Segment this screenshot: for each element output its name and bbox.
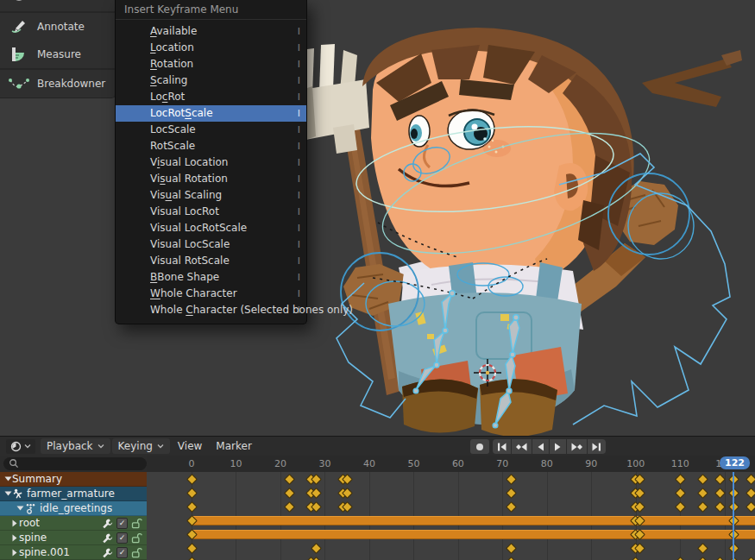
- wrench-icon[interactable]: [102, 547, 113, 558]
- menu-item-visual-location[interactable]: Visual LocationI: [116, 154, 306, 171]
- menu-marker[interactable]: Marker: [210, 438, 257, 454]
- menu-item-visual-scaling[interactable]: Visual ScalingI: [116, 187, 306, 204]
- menu-item-rotation[interactable]: RotationI: [116, 56, 306, 72]
- keyframe-diamond[interactable]: [506, 488, 517, 499]
- keyframe-diamond[interactable]: [506, 557, 517, 560]
- keyframe-diamond[interactable]: [746, 557, 755, 560]
- tool-transform[interactable]: [0, 0, 115, 11]
- keyframe-diamond[interactable]: [186, 488, 198, 499]
- record-button[interactable]: [470, 439, 489, 454]
- insert-keyframe-menu: Insert Keyframe Menu AvailableILocationI…: [115, 0, 307, 324]
- ruler-tick-label: 10: [230, 458, 242, 469]
- play-button[interactable]: [550, 439, 566, 454]
- channel-enable-checkbox[interactable]: ✓: [116, 518, 128, 529]
- tool-breakdowner[interactable]: Breakdowner: [0, 70, 115, 98]
- keyframe-diamond[interactable]: [697, 543, 708, 554]
- tri-right-icon[interactable]: [11, 519, 18, 527]
- wrench-icon[interactable]: [102, 518, 113, 529]
- keyframe-diamond[interactable]: [746, 488, 755, 499]
- tri-right-icon[interactable]: [11, 534, 18, 542]
- menu-view[interactable]: View: [172, 438, 208, 454]
- menu-item-locrot[interactable]: LocRotI: [116, 89, 306, 105]
- keyframe-diamond[interactable]: [506, 543, 517, 554]
- keyframe-diamond[interactable]: [186, 557, 198, 560]
- menu-item-shortcut: I: [298, 269, 300, 286]
- keyframe-diamond[interactable]: [697, 501, 708, 513]
- frame-ruler[interactable]: 0102030405060708090100110120122: [147, 456, 755, 473]
- menu-item-visual-rotation[interactable]: Visual RotationI: [116, 171, 306, 187]
- hold-bar[interactable]: [192, 516, 755, 525]
- editor-type-button[interactable]: [6, 439, 35, 454]
- menu-item-visual-locrot[interactable]: Visual LocRotI: [116, 204, 306, 220]
- channel-root[interactable]: root✓: [0, 516, 147, 531]
- keyframe-diamond[interactable]: [506, 474, 517, 485]
- menu-item-visual-locrotscale[interactable]: Visual LocRotScaleI: [116, 220, 306, 236]
- channel-idle-greetings[interactable]: idle_greetings: [0, 501, 147, 516]
- keyframe-diamond[interactable]: [746, 474, 755, 485]
- tool-annotate[interactable]: Annotate: [0, 13, 115, 41]
- jump-to-start-button[interactable]: [493, 439, 511, 454]
- channel-enable-checkbox[interactable]: ✓: [116, 547, 128, 558]
- keyframe-diamond[interactable]: [675, 557, 686, 560]
- menu-item-rotscale[interactable]: RotScaleI: [116, 138, 306, 154]
- menu-item-visual-rotscale[interactable]: Visual RotScaleI: [116, 253, 306, 269]
- search-icon: [9, 458, 19, 469]
- menu-item-available[interactable]: AvailableI: [116, 23, 306, 40]
- keyframe-diamond[interactable]: [186, 474, 198, 485]
- channel-spine[interactable]: spine✓: [0, 531, 147, 545]
- channel-spine-001[interactable]: spine.001✓: [0, 545, 147, 560]
- wrench-icon[interactable]: [102, 532, 113, 544]
- tri-right-icon[interactable]: [11, 549, 18, 557]
- channel-enable-checkbox[interactable]: ✓: [116, 532, 128, 544]
- annotate-icon: [9, 17, 28, 36]
- menu-item-locscale[interactable]: LocScaleI: [116, 122, 306, 138]
- lock-open-icon[interactable]: [131, 532, 143, 544]
- menu-item-bbone-shape[interactable]: BBone ShapeI: [116, 269, 306, 286]
- keyframe-diamond[interactable]: [675, 474, 686, 485]
- menu-item-shortcut: I: [298, 138, 300, 154]
- lock-open-icon[interactable]: [131, 518, 143, 529]
- keyframe-diamond[interactable]: [284, 488, 295, 499]
- keyframe-diamond[interactable]: [186, 543, 198, 554]
- menu-item-visual-locscale[interactable]: Visual LocScaleI: [116, 236, 306, 253]
- jump-to-end-button[interactable]: [588, 439, 606, 454]
- keyframe-diamond[interactable]: [284, 474, 295, 485]
- keyframe-area[interactable]: [147, 472, 755, 560]
- keyframe-diamond[interactable]: [697, 488, 708, 499]
- menu-playback[interactable]: Playback: [41, 438, 110, 454]
- next-keyframe-button[interactable]: [567, 439, 587, 454]
- blender-window: AnnotateMeasureBreakdowner Insert Keyfra…: [0, 0, 755, 560]
- keyframe-diamond[interactable]: [746, 501, 755, 513]
- keyframe-diamond[interactable]: [284, 501, 295, 513]
- menu-item-whole-character-selected-bones-only-[interactable]: Whole Character (Selected bones only)I: [116, 302, 306, 318]
- menu-keying[interactable]: Keying: [112, 438, 170, 454]
- playhead[interactable]: [733, 472, 734, 560]
- tool-measure[interactable]: Measure: [0, 41, 115, 68]
- menu-item-location[interactable]: LocationI: [116, 40, 306, 56]
- keyframe-diamond[interactable]: [311, 543, 322, 554]
- keyframe-diamond[interactable]: [675, 488, 686, 499]
- keyframe-diamond[interactable]: [675, 501, 686, 513]
- menu-item-whole-character[interactable]: Whole CharacterI: [116, 286, 306, 302]
- hold-bar[interactable]: [192, 530, 755, 539]
- armature-icon: [12, 488, 23, 500]
- channel-search-box[interactable]: [3, 457, 147, 470]
- jump-start-icon: [496, 442, 507, 452]
- play-reverse-button[interactable]: [532, 439, 549, 454]
- menu-item-scaling[interactable]: ScalingI: [116, 72, 306, 89]
- current-frame-badge[interactable]: 122: [720, 456, 750, 469]
- tri-down-icon[interactable]: [4, 475, 12, 482]
- search-input[interactable]: [19, 458, 126, 470]
- keyframe-diamond[interactable]: [630, 557, 641, 560]
- keyframe-diamond[interactable]: [697, 474, 708, 485]
- lock-open-icon[interactable]: [131, 547, 143, 558]
- menu-item-locrotscale[interactable]: LocRotScaleI: [116, 105, 306, 122]
- channel-farmer-armature[interactable]: farmer_armature: [0, 487, 147, 501]
- tri-down-icon[interactable]: [16, 505, 24, 512]
- prev-keyframe-button[interactable]: [512, 439, 532, 454]
- tri-down-icon[interactable]: [4, 490, 12, 497]
- keyframe-diamond[interactable]: [697, 557, 708, 560]
- channel-summary[interactable]: Summary: [0, 472, 147, 487]
- keyframe-diamond[interactable]: [506, 501, 517, 513]
- keyframe-diamond[interactable]: [186, 501, 198, 513]
